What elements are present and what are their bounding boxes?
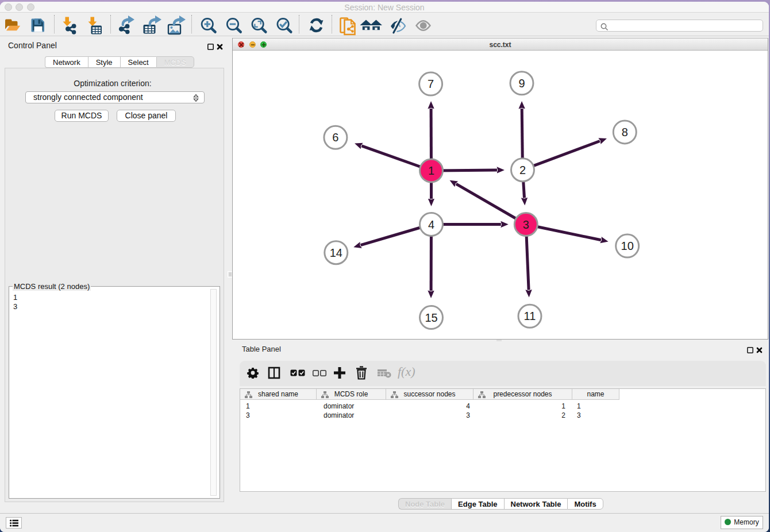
svg-text:14: 14 (330, 246, 342, 259)
svg-text:11: 11 (524, 310, 536, 322)
svg-text:10: 10 (621, 240, 634, 252)
svg-text:2: 2 (519, 164, 526, 176)
svg-text:9: 9 (518, 77, 525, 90)
svg-text:3: 3 (523, 218, 529, 231)
svg-text:1: 1 (428, 164, 434, 177)
svg-text:6: 6 (332, 131, 338, 144)
svg-text:4: 4 (428, 218, 434, 231)
svg-text:8: 8 (622, 126, 628, 138)
svg-text:15: 15 (425, 311, 437, 324)
svg-text:7: 7 (428, 78, 434, 90)
